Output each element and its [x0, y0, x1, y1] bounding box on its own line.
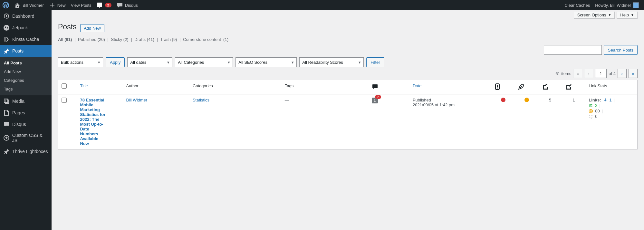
clear-caches-link[interactable]: Clear Caches	[562, 0, 593, 10]
col-seo	[491, 80, 515, 94]
seo-dot	[501, 98, 505, 102]
sidebar-item-thrive[interactable]: Thrive Lightboxes	[0, 146, 52, 156]
first-page-button[interactable]: «	[573, 69, 582, 78]
sidebar-item-disqus[interactable]: Disqus	[0, 119, 52, 130]
svg-point-5	[497, 88, 498, 89]
view-filters: All (61) | Published (20) | Sticky (2) |…	[58, 37, 638, 42]
jetpack-icon	[3, 24, 10, 31]
sub-item-tags[interactable]: Tags	[0, 85, 52, 93]
main-content: Screen Options▼ Help▼ Posts Add New All …	[52, 12, 644, 156]
date-cell: Published2021/09/05 at 1:42 pm	[409, 94, 491, 149]
sidebar-item-dashboard[interactable]: Dashboard	[0, 10, 52, 22]
traffic-light-icon	[495, 83, 500, 90]
col-title[interactable]: Title	[77, 80, 123, 94]
arrow-down-icon	[603, 98, 608, 102]
help-tab[interactable]: Help▼	[617, 12, 638, 19]
readability-select[interactable]: All Readability Scores	[299, 57, 364, 67]
view-trash[interactable]: Trash	[160, 37, 171, 42]
search-button[interactable]: Search Posts	[604, 45, 638, 55]
dashboard-icon	[3, 13, 10, 19]
site-name-link[interactable]: Bill Widmer	[12, 0, 46, 10]
total-items: 61 items	[555, 71, 571, 76]
external-icon	[589, 103, 593, 108]
yoast-icon	[97, 2, 103, 8]
link-out-icon	[542, 83, 548, 90]
readability-dot	[524, 98, 529, 102]
sub-item-categories[interactable]: Categories	[0, 76, 52, 85]
view-all[interactable]: All (61)	[58, 37, 72, 42]
feather-icon	[518, 83, 524, 90]
admin-bar: Bill Widmer New View Posts 2 Disqus Clea…	[0, 0, 644, 10]
sidebar-item-jetpack[interactable]: Jetpack	[0, 22, 52, 34]
col-author: Author	[123, 80, 189, 94]
seo-select[interactable]: All SEO Scores	[235, 57, 297, 67]
yoast-link[interactable]: 2	[94, 0, 114, 10]
admin-sidebar: Dashboard Jetpack Kinsta Cache Posts All…	[0, 10, 52, 156]
sidebar-item-custom-css[interactable]: Custom CSS & JS	[0, 130, 52, 146]
outgoing-count: 5	[538, 94, 562, 149]
svg-point-0	[4, 25, 9, 31]
sidebar-item-kinsta[interactable]: Kinsta Cache	[0, 34, 52, 45]
col-tags: Tags	[282, 80, 369, 94]
sub-item-add-new[interactable]: Add New	[0, 67, 52, 76]
post-title-link[interactable]: 78 Essential Mobile Marketing Statistics…	[80, 98, 105, 146]
row-checkbox[interactable]	[62, 98, 67, 103]
svg-point-3	[497, 85, 498, 86]
select-all-checkbox[interactable]	[62, 83, 67, 89]
avatar	[633, 2, 639, 8]
add-new-button[interactable]: Add New	[80, 24, 104, 32]
pin-icon	[3, 148, 10, 155]
view-published[interactable]: Published	[78, 37, 96, 42]
author-link[interactable]: Bill Widmer	[126, 98, 147, 102]
home-icon	[14, 2, 21, 8]
next-page-button[interactable]: ›	[618, 69, 627, 78]
comment-count[interactable]: 1 2	[372, 98, 378, 103]
page-input[interactable]	[595, 69, 607, 78]
page-of: of 4	[609, 71, 616, 76]
filter-button[interactable]: Filter	[366, 57, 384, 67]
new-label: New	[57, 3, 66, 8]
yoast-count-badge: 2	[105, 3, 111, 7]
wp-logo[interactable]	[0, 0, 12, 10]
posts-table: Title Author Categories Tags Date Link S…	[58, 80, 638, 149]
col-comments[interactable]	[369, 80, 409, 94]
comment-icon	[3, 121, 10, 128]
view-posts-link[interactable]: View Posts	[68, 0, 94, 10]
pages-icon	[3, 110, 10, 116]
site-name: Bill Widmer	[23, 3, 44, 8]
plus-circle-icon	[3, 135, 10, 141]
col-date[interactable]: Date	[409, 80, 491, 94]
comment-icon	[117, 2, 123, 8]
category-link[interactable]: Statistics	[193, 98, 209, 102]
new-content-link[interactable]: New	[46, 0, 68, 10]
globe-icon	[589, 109, 593, 113]
search-input[interactable]	[544, 45, 602, 55]
col-readability	[515, 80, 538, 94]
disqus-adminbar-link[interactable]: Disqus	[114, 0, 140, 10]
view-cornerstone[interactable]: Cornerstone content	[183, 37, 221, 42]
col-categories: Categories	[189, 80, 282, 94]
sidebar-item-media[interactable]: Media	[0, 95, 52, 107]
comment-icon	[372, 83, 378, 90]
sidebar-item-pages[interactable]: Pages	[0, 107, 52, 119]
tags-cell: —	[282, 94, 369, 149]
bulk-actions-select[interactable]: Bulk actions	[58, 57, 103, 67]
media-icon	[3, 98, 10, 104]
view-sticky[interactable]: Sticky	[111, 37, 122, 42]
col-outgoing-links	[538, 80, 562, 94]
sidebar-item-posts[interactable]: Posts	[0, 45, 52, 57]
last-page-button[interactable]: »	[629, 69, 638, 78]
prev-page-button[interactable]: ‹	[584, 69, 593, 78]
view-drafts[interactable]: Drafts	[134, 37, 146, 42]
categories-select[interactable]: All Categories	[175, 57, 233, 67]
incoming-count: 1	[562, 94, 585, 149]
apply-button[interactable]: Apply	[106, 57, 125, 67]
screen-options-tab[interactable]: Screen Options▼	[574, 12, 615, 19]
table-row: 78 Essential Mobile Marketing Statistics…	[58, 94, 638, 149]
sub-item-all-posts[interactable]: All Posts	[0, 59, 52, 67]
triangle-down-icon: ▼	[631, 13, 634, 17]
dates-select[interactable]: All dates	[127, 57, 172, 67]
col-incoming-links	[562, 80, 585, 94]
broken-link-icon	[589, 114, 593, 119]
howdy-link[interactable]: Howdy, Bill Widmer	[592, 0, 641, 10]
